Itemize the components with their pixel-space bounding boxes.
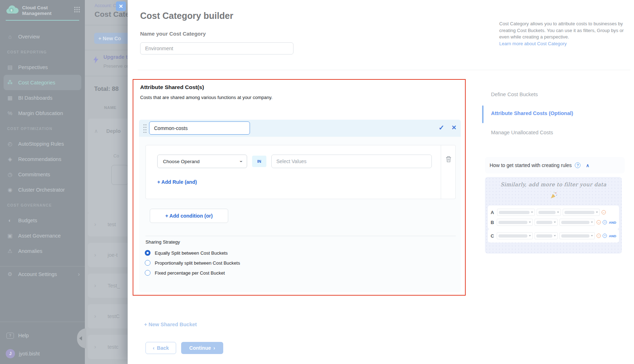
- chevron-right-icon[interactable]: ›: [94, 282, 96, 289]
- step-define-cost-buckets[interactable]: Define Cost Buckets: [491, 92, 538, 97]
- nav-item-label: Budgets: [18, 218, 37, 223]
- step-manage-unallocated-costs[interactable]: Manage Unallocated Costs: [491, 130, 553, 135]
- sidebar-item[interactable]: ⚠ Anomalies: [0, 243, 85, 259]
- chevron-left-icon: ‹: [153, 345, 154, 351]
- radio-button[interactable]: [145, 260, 150, 266]
- question-mark-icon[interactable]: ?: [575, 162, 581, 168]
- caret-down-icon: [596, 212, 598, 213]
- placeholder-select: [497, 232, 533, 239]
- chevron-right-icon[interactable]: ›: [94, 251, 96, 259]
- and-label: AND: [609, 220, 616, 224]
- module-grid-icon[interactable]: [74, 6, 80, 12]
- operand-select[interactable]: Choose Operand ›: [157, 155, 247, 168]
- how-to-title: How to get started with creating rules: [490, 162, 572, 168]
- chevron-down-icon: ›: [239, 161, 245, 162]
- active-step-indicator: [482, 105, 484, 123]
- illustration-rule-row: A −: [491, 207, 616, 217]
- radio-button[interactable]: [145, 270, 150, 276]
- learn-more-link[interactable]: Learn more about Cost Category: [499, 41, 567, 46]
- nav-item-label: COST OPTIMIZATION: [7, 126, 52, 131]
- divider: [441, 145, 441, 199]
- trash-icon[interactable]: [446, 156, 451, 164]
- sidebar-item[interactable]: ⌂ Overview: [0, 29, 85, 44]
- new-shared-bucket-link[interactable]: + New Shared Bucket: [144, 322, 197, 327]
- sidebar: $ Cloud Cost Management ⌂ Overview COST …: [0, 0, 85, 364]
- chevron-up-icon[interactable]: ∧: [94, 128, 98, 134]
- upgrade-banner-title[interactable]: Upgrade to: [103, 54, 131, 60]
- and-label: AND: [609, 234, 616, 238]
- select-values-input[interactable]: [271, 155, 432, 168]
- confirm-check-icon[interactable]: ✓: [439, 124, 444, 132]
- radio-button[interactable]: [145, 250, 150, 256]
- divider: [138, 70, 630, 70]
- caret-down-icon: [529, 222, 531, 223]
- sidebar-item[interactable]: % Margin Obfuscation: [0, 105, 85, 121]
- caret-down-icon: [554, 235, 556, 236]
- close-drawer-button[interactable]: ✕: [116, 1, 126, 11]
- sidebar-nav: ⌂ Overview COST REPORTING ▤ Perspectives: [0, 23, 85, 282]
- nav-item-label: Commitments: [18, 172, 50, 177]
- sidebar-item-help[interactable]: ? Help: [6, 329, 29, 342]
- remove-rule-icon: −: [597, 234, 601, 238]
- continue-button[interactable]: Continue ›: [181, 342, 223, 354]
- placeholder-select: [497, 219, 533, 226]
- sidebar-item[interactable]: COST GOVERNANCE: [0, 197, 85, 213]
- operand-select-value: Choose Operand: [163, 159, 241, 164]
- sidebar-item[interactable]: COST REPORTING: [0, 44, 85, 59]
- cost-category-name-input[interactable]: [140, 42, 293, 54]
- caret-down-icon: [557, 212, 559, 213]
- sidebar-item[interactable]: ▦ BI Dashboards: [0, 90, 85, 105]
- svg-text:$: $: [10, 9, 12, 12]
- strategy-option[interactable]: Fixed percentage per Cost Bucket: [145, 268, 240, 278]
- rule-row-letter: A: [491, 210, 495, 215]
- nav-item-label: AutoStopping Rules: [18, 141, 64, 147]
- how-to-panel-header[interactable]: How to get started with creating rules ?…: [485, 157, 625, 173]
- sidebar-item[interactable]: COST OPTIMIZATION: [0, 121, 85, 136]
- continue-button-label: Continue: [189, 345, 211, 351]
- sidebar-item[interactable]: ◷ Commitments: [0, 167, 85, 182]
- caret-down-icon: [554, 222, 556, 223]
- table-header-name: NAME: [104, 105, 116, 110]
- sidebar-item[interactable]: ◐ Budgets: [0, 213, 85, 228]
- nav-item-icon: ⚠: [6, 248, 14, 254]
- nav-item-label: Recommendations: [18, 156, 61, 162]
- sidebar-item[interactable]: ◈ Recommendations: [0, 151, 85, 167]
- chevron-right-icon[interactable]: ›: [94, 313, 96, 320]
- strategy-option[interactable]: Proportionally split between Cost Bucket…: [145, 258, 240, 268]
- bucket-name-input[interactable]: [149, 121, 250, 135]
- user-name: jyoti.bisht: [19, 351, 40, 357]
- nav-item-label: COST GOVERNANCE: [7, 203, 52, 207]
- rule-row-letter: C: [491, 233, 495, 239]
- sidebar-item[interactable]: ⁂ Cost Categories: [4, 75, 81, 90]
- step-attribute-shared-costs[interactable]: Attribute Shared Costs (Optional): [491, 110, 573, 116]
- sidebar-item[interactable]: ◉ Cluster Orchestrator: [0, 182, 85, 197]
- nav-item-icon: ◉: [6, 187, 14, 193]
- chevron-right-icon[interactable]: ›: [94, 221, 96, 228]
- chevron-up-icon[interactable]: ∧: [586, 163, 589, 168]
- app-title: Cloud Cost Management: [22, 5, 70, 16]
- nav-item-icon: ⌂: [6, 33, 14, 40]
- nav-item-label: Cluster Orchestrator: [18, 187, 65, 193]
- sidebar-user[interactable]: J jyoti.bisht: [6, 349, 40, 358]
- sidebar-item[interactable]: ◴ AutoStopping Rules: [0, 136, 85, 151]
- chevron-right-icon[interactable]: ›: [94, 343, 96, 350]
- nav-item-label: Account Settings: [18, 271, 57, 277]
- rule-container: Choose Operand › IN + Add Rule (and): [145, 145, 456, 199]
- remove-bucket-icon[interactable]: ✕: [451, 124, 456, 131]
- divider: [145, 236, 456, 236]
- avatar: J: [6, 349, 15, 358]
- sidebar-item[interactable]: ⚙ Account Settings ›: [0, 266, 85, 282]
- background-page-title: Cost Cate: [94, 10, 129, 19]
- sidebar-item[interactable]: ▤ Perspectives: [0, 59, 85, 75]
- add-rule-link[interactable]: + Add Rule (and): [157, 179, 197, 185]
- back-button[interactable]: ‹ Back: [145, 342, 176, 354]
- add-condition-button[interactable]: + Add condition (or): [150, 209, 228, 223]
- sidebar-item[interactable]: ▣ Asset Governance: [0, 228, 85, 243]
- collapse-left-icon: [79, 336, 82, 340]
- strategy-option[interactable]: Equally Split between Cost Buckets: [145, 248, 240, 258]
- drag-handle-icon[interactable]: [143, 124, 147, 133]
- operator-badge: IN: [252, 156, 266, 167]
- shared-costs-description: Costs that are shared among various func…: [140, 95, 272, 100]
- placeholder-select: [537, 209, 561, 216]
- drawer-title: Cost Category builder: [140, 11, 233, 21]
